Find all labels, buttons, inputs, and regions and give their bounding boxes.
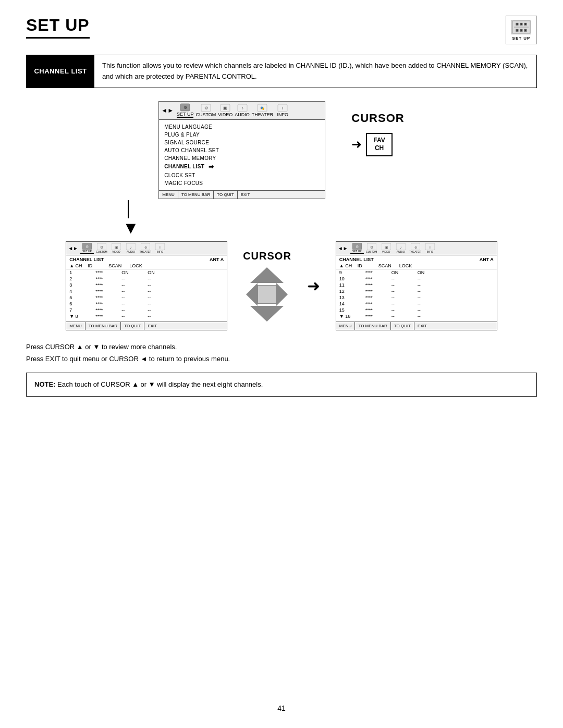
- table-row: 6****----: [69, 301, 224, 307]
- menu-item-magic: MAGIC FOCUS: [164, 179, 320, 187]
- nav-arrow-left: ◄►: [68, 245, 78, 251]
- right-footer: MENU TO MENU BAR TO QUIT EXIT: [336, 322, 497, 330]
- svg-text:⚙: ⚙: [144, 246, 146, 249]
- left-icon-audio: ♪ AUDIO: [124, 243, 138, 253]
- right-col-lock: LOCK: [399, 263, 420, 268]
- right-header-ant: ANT A: [442, 257, 494, 262]
- left-icon-info: i INFO: [153, 243, 167, 253]
- right-icon-info: i INFO: [423, 243, 437, 253]
- col-id: ID: [88, 263, 108, 268]
- dpad-left: [246, 283, 258, 306]
- table-row: 3****----: [69, 282, 224, 288]
- col-lock: LOCK: [129, 263, 150, 268]
- right-icon-bar: ◄► ⚙ SET UP ⚙ CUSTOM ▣ VIDEO ♪ AUDIO: [336, 242, 497, 255]
- dpad-middle-row: [246, 283, 288, 306]
- menu-icon-bar: ◄► ⚙ SET UP ⚙ CUSTOM ▣ VIDEO ♪ AUDIO: [159, 102, 325, 120]
- svg-text:⚙: ⚙: [204, 106, 207, 110]
- table-row: 11****----: [339, 282, 494, 288]
- right-footer-quit: TO QUIT: [391, 322, 414, 330]
- footer-menubar: TO MENU BAR: [178, 191, 214, 199]
- table-row: ▼ 16****----: [339, 313, 494, 319]
- svg-text:i: i: [160, 245, 161, 250]
- bottom-section: ◄► ⚙ SET UP ⚙ CUSTOM ▣ VIDEO ♪ AUDIO: [26, 241, 537, 330]
- arrow-right-icon: ➜: [351, 137, 362, 152]
- instructions-section: Press CURSOR ▲ or ▼ to review more chann…: [26, 341, 537, 365]
- icon-info: i INFO: [275, 104, 290, 117]
- svg-text:▣: ▣: [384, 245, 388, 249]
- table-row: 15****----: [339, 307, 494, 313]
- right-table-body: 9****ONON 10****---- 11****---- 12****--…: [336, 269, 497, 322]
- vertical-line: [128, 200, 129, 218]
- cursor-top-section: CURSOR ➜ FAVCH: [351, 101, 404, 156]
- right-footer-exit: EXIT: [414, 322, 430, 330]
- table-row: 7****----: [69, 307, 224, 313]
- svg-text:⚙: ⚙: [370, 245, 373, 249]
- description-text: This function allows you to review which…: [94, 55, 536, 88]
- right-footer-menu: MENU: [336, 322, 356, 330]
- left-table-body: 1****ONON 2****---- 3****---- 4****---- …: [66, 269, 227, 322]
- right-col-scan: SCAN: [378, 263, 399, 268]
- right-header-row: CHANNEL LIST ANT A: [336, 255, 497, 263]
- menu-item-plug: PLUG & PLAY: [164, 131, 320, 139]
- left-footer-menubar: TO MENU BAR: [85, 322, 121, 330]
- cursor-label-top: CURSOR: [351, 112, 404, 125]
- svg-text:i: i: [282, 105, 283, 110]
- left-icon-video: ▣ VIDEO: [109, 243, 123, 253]
- icon-setup: ⚙ SET UP: [177, 103, 193, 118]
- svg-text:▣: ▣: [114, 245, 118, 249]
- col-ch: ▲ CH: [69, 263, 88, 268]
- channel-list-left-screen: ◄► ⚙ SET UP ⚙ CUSTOM ▣ VIDEO ♪ AUDIO: [66, 241, 227, 330]
- menu-item-auto: AUTO CHANNEL SET: [164, 146, 320, 154]
- fav-ch-box: FAVCH: [366, 133, 392, 156]
- left-footer-menu: MENU: [66, 322, 85, 330]
- left-header-ant: ANT A: [172, 257, 224, 262]
- col-scan: SCAN: [108, 263, 129, 268]
- icon-audio: ♪ AUDIO: [235, 104, 250, 117]
- setup-icon-image: ▣ ▣ ▣ ▣ ▣ ▣: [511, 19, 532, 35]
- svg-text:▣ ▣ ▣: ▣ ▣ ▣: [516, 29, 527, 32]
- table-row: 2****----: [69, 276, 224, 282]
- note-box: NOTE: Each touch of CURSOR ▲ or ▼ will d…: [26, 373, 537, 397]
- right-nav-arrow: ◄►: [338, 245, 348, 251]
- right-icon-setup: ⚙ SET UP: [350, 243, 364, 254]
- top-menu-screen: ◄► ⚙ SET UP ⚙ CUSTOM ▣ VIDEO ♪ AUDIO: [158, 101, 325, 199]
- down-connector: [26, 200, 537, 218]
- table-row: 1****ONON: [69, 269, 224, 276]
- menu-item-channellist: CHANNEL LIST ➡: [164, 162, 320, 171]
- page-header: SET UP ▣ ▣ ▣ ▣ ▣ ▣ SET UP: [26, 16, 537, 44]
- footer-exit: EXIT: [238, 191, 253, 199]
- svg-text:♪: ♪: [400, 245, 402, 249]
- setup-icon-box: ▣ ▣ ▣ ▣ ▣ ▣ SET UP: [506, 16, 537, 44]
- right-icon-theater: ⚙ THEATER: [409, 243, 422, 253]
- left-col-headers: ▲ CH ID SCAN LOCK: [66, 263, 227, 269]
- footer-quit: TO QUIT: [214, 191, 237, 199]
- setup-icon-label: SET UP: [512, 36, 531, 41]
- table-row: 12****----: [339, 288, 494, 294]
- dpad-shape: [246, 267, 288, 322]
- svg-text:♪: ♪: [241, 106, 243, 110]
- right-col-headers: ▲ CH ID SCAN LOCK: [336, 263, 497, 269]
- down-arrow-icon: ▼: [123, 219, 139, 236]
- left-header-channellist: CHANNEL LIST: [69, 257, 172, 262]
- svg-text:⚙: ⚙: [100, 245, 103, 249]
- table-row: 5****----: [69, 294, 224, 301]
- left-icon-setup: ⚙ SET UP: [80, 243, 94, 254]
- svg-text:▣: ▣: [223, 106, 227, 110]
- svg-text:⚙: ⚙: [183, 105, 187, 110]
- top-diagram: ◄► ⚙ SET UP ⚙ CUSTOM ▣ VIDEO ♪ AUDIO: [26, 101, 537, 199]
- instruction-line2: Press EXIT to quit menu or CURSOR ◄ to r…: [26, 353, 537, 365]
- right-icon-custom: ⚙ CUSTOM: [365, 243, 378, 253]
- dpad-down: [250, 306, 284, 322]
- menu-item-language: MENU LANGUAGE: [164, 123, 320, 131]
- right-icon-video: ▣ VIDEO: [380, 243, 393, 253]
- svg-text:⚙: ⚙: [85, 245, 89, 249]
- table-row: 9****ONON: [339, 269, 494, 276]
- right-footer-menubar: TO MENU BAR: [355, 322, 390, 330]
- down-arrow-section: ▼: [26, 219, 537, 236]
- menu-item-clock: CLOCK SET: [164, 171, 320, 179]
- dpad-right: [276, 283, 288, 306]
- right-col-ch: ▲ CH: [339, 263, 358, 268]
- footer-menu: MENU: [159, 191, 178, 199]
- table-row: 14****----: [339, 301, 494, 307]
- left-icon-custom: ⚙ CUSTOM: [95, 243, 108, 253]
